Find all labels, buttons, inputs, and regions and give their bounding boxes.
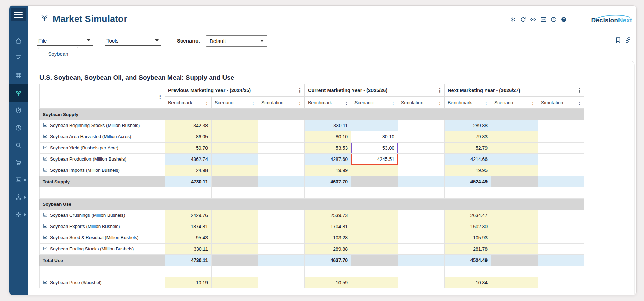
cell-benchmark[interactable]: 4524.49	[445, 176, 491, 187]
cell-benchmark[interactable]: 2539.73	[305, 210, 351, 221]
column-menu-icon[interactable]: ⋮	[436, 100, 443, 106]
cell-simulation[interactable]	[258, 210, 305, 221]
sidebar-item-images[interactable]	[9, 171, 28, 188]
open-chart-icon[interactable]	[43, 145, 48, 151]
tab-soybean[interactable]: Soybean	[38, 47, 78, 61]
cell-benchmark[interactable]: 342.38	[165, 120, 212, 131]
open-chart-icon[interactable]	[43, 213, 48, 218]
cell-benchmark[interactable]: 4214.66	[445, 154, 491, 165]
cell-simulation[interactable]	[538, 176, 584, 187]
cell-simulation[interactable]	[258, 131, 305, 143]
cell-simulation[interactable]	[258, 244, 305, 255]
column-menu-icon[interactable]: ⋮	[250, 100, 257, 106]
cell-simulation[interactable]	[398, 165, 445, 176]
cell-simulation[interactable]	[258, 221, 305, 232]
cell-benchmark[interactable]: 2634.47	[445, 210, 491, 221]
cell-simulation[interactable]	[538, 165, 584, 176]
column-menu-icon[interactable]: ⋮	[390, 100, 397, 106]
cell-scenario[interactable]	[491, 221, 538, 232]
cell-benchmark[interactable]: 19.99	[305, 165, 351, 176]
sidebar-item-settings[interactable]	[9, 206, 28, 223]
column-menu-icon[interactable]: ⋮	[483, 100, 490, 106]
sidebar-item-gauge[interactable]	[9, 102, 28, 119]
cell-simulation[interactable]	[398, 120, 445, 131]
cell-scenario[interactable]	[491, 120, 538, 131]
cell-benchmark[interactable]: 52.79	[445, 143, 491, 154]
cell-scenario[interactable]	[351, 244, 398, 255]
cell-scenario[interactable]	[491, 244, 538, 255]
cell-simulation[interactable]	[538, 210, 584, 221]
cell-simulation[interactable]	[398, 143, 445, 154]
sidebar-item-tables[interactable]	[9, 67, 28, 84]
cell-scenario[interactable]	[212, 232, 258, 244]
cell-benchmark[interactable]: 4730.11	[165, 176, 212, 187]
cell-benchmark[interactable]: 1502.30	[445, 221, 491, 232]
help-icon[interactable]	[561, 16, 567, 24]
cell-simulation[interactable]	[538, 120, 584, 131]
cell-simulation[interactable]	[538, 154, 584, 165]
cell-benchmark[interactable]: 86.05	[165, 131, 212, 143]
open-chart-icon[interactable]	[43, 224, 48, 230]
cell-simulation[interactable]	[398, 154, 445, 165]
column-header-simulation[interactable]: Simulation⋮	[398, 97, 445, 109]
history-icon[interactable]	[550, 16, 557, 24]
column-menu-icon[interactable]: ⋮	[576, 100, 583, 106]
cell-simulation[interactable]	[398, 131, 445, 143]
sidebar-item-charts[interactable]	[9, 50, 28, 67]
cell-scenario[interactable]	[212, 154, 258, 165]
cell-simulation[interactable]	[398, 210, 445, 221]
cell-scenario[interactable]	[212, 277, 258, 288]
cell-scenario[interactable]	[351, 165, 398, 176]
open-chart-icon[interactable]	[43, 123, 48, 129]
cell-benchmark[interactable]: 289.88	[445, 120, 491, 131]
cell-benchmark[interactable]: 10.59	[305, 277, 351, 288]
column-menu-icon[interactable]: ⋮	[343, 100, 350, 106]
cell-scenario[interactable]	[491, 277, 538, 288]
column-menu-icon[interactable]: ⋮	[203, 100, 210, 106]
cell-simulation[interactable]	[258, 154, 305, 165]
cell-simulation[interactable]	[538, 221, 584, 232]
cell-simulation[interactable]	[398, 176, 445, 187]
cell-benchmark[interactable]: 289.88	[305, 244, 351, 255]
cell-benchmark[interactable]: 1704.81	[305, 221, 351, 232]
tools-menu[interactable]: Tools	[105, 36, 161, 46]
cell-benchmark[interactable]: 281.78	[445, 244, 491, 255]
sidebar-item-market[interactable]	[9, 154, 28, 171]
open-chart-icon[interactable]	[43, 134, 48, 140]
cell-scenario[interactable]	[212, 120, 258, 131]
cell-simulation[interactable]	[258, 232, 305, 244]
open-chart-icon[interactable]	[43, 235, 48, 241]
cell-benchmark[interactable]: 10.19	[165, 277, 212, 288]
cell-scenario[interactable]	[491, 210, 538, 221]
link-icon[interactable]	[625, 37, 631, 45]
eye-icon[interactable]	[530, 16, 536, 24]
cell-simulation[interactable]	[538, 131, 584, 143]
column-menu-icon[interactable]: ⋮	[296, 100, 303, 106]
cell-benchmark[interactable]: 1874.81	[165, 221, 212, 232]
cell-scenario[interactable]	[212, 143, 258, 154]
cell-benchmark[interactable]: 50.70	[165, 143, 212, 154]
cell-simulation[interactable]	[398, 221, 445, 232]
cell-scenario[interactable]	[491, 154, 538, 165]
cell-benchmark[interactable]: 79.83	[445, 131, 491, 143]
cell-simulation[interactable]	[538, 143, 584, 154]
cell-benchmark[interactable]: 4637.70	[305, 176, 351, 187]
sidebar-item-search[interactable]	[9, 136, 28, 154]
cell-simulation[interactable]	[258, 277, 305, 288]
cell-scenario[interactable]: 53.00	[351, 143, 398, 154]
cell-benchmark[interactable]: 330.11	[165, 244, 212, 255]
cell-scenario[interactable]	[491, 143, 538, 154]
sidebar-item-simulator[interactable]	[9, 84, 28, 102]
cell-simulation[interactable]	[538, 244, 584, 255]
cell-simulation[interactable]	[398, 277, 445, 288]
cell-simulation[interactable]	[538, 232, 584, 244]
column-header-simulation[interactable]: Simulation⋮	[258, 97, 305, 109]
cell-scenario[interactable]	[351, 232, 398, 244]
cell-simulation[interactable]	[398, 255, 445, 266]
cell-benchmark[interactable]: 95.43	[165, 232, 212, 244]
cell-scenario[interactable]	[491, 232, 538, 244]
cell-simulation[interactable]	[258, 176, 305, 187]
sidebar-item-pie-reports[interactable]	[9, 119, 28, 136]
cell-scenario[interactable]: 80.10	[351, 131, 398, 143]
open-chart-icon[interactable]	[43, 280, 48, 286]
